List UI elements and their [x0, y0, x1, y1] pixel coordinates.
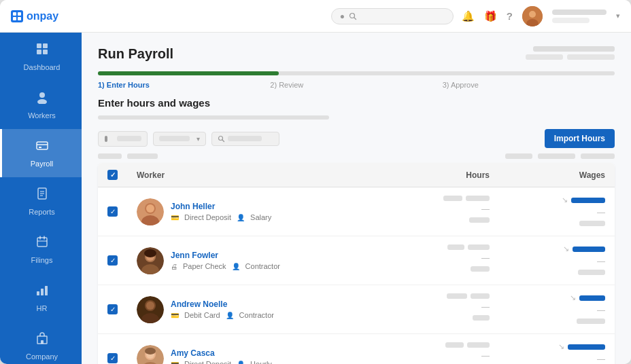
sidebar-item-dashboard[interactable]: Dashboard — [0, 33, 82, 81]
table-controls — [98, 153, 615, 159]
search-svg-icon — [349, 12, 357, 20]
svg-rect-22 — [37, 238, 47, 247]
row1-check[interactable]: ✓ — [98, 187, 127, 236]
dropdown-selector[interactable]: ▾ — [153, 132, 206, 146]
svg-point-46 — [146, 302, 154, 310]
search-bar[interactable]: ● — [331, 8, 454, 24]
row3-payment-icon: 💳 — [171, 312, 179, 319]
row2-check[interactable]: ✓ — [98, 236, 127, 285]
sidebar-item-filings[interactable]: Filings — [0, 225, 82, 274]
select-all-checkbox[interactable]: ✓ — [107, 170, 118, 180]
row2-checkbox[interactable]: ✓ — [107, 255, 118, 266]
row1-avatar — [137, 198, 164, 225]
sidebar-item-payroll[interactable]: Payroll — [0, 129, 82, 177]
sidebar-item-hr[interactable]: HR — [0, 274, 82, 322]
row2-payment: Paper Check — [183, 262, 226, 270]
row4-hours: — — [397, 334, 499, 365]
chevron-down-icon[interactable]: ▾ — [616, 12, 620, 20]
progress-step-1: 1) Enter Hours — [98, 81, 270, 89]
hours-column-header: Hours — [397, 163, 499, 187]
search-icon: ● — [340, 12, 345, 21]
table-search[interactable] — [211, 132, 279, 146]
table-toolbar: ▾ Import Hours — [98, 129, 615, 148]
row1-type: Salary — [250, 213, 271, 221]
sidebar-payroll-label: Payroll — [31, 160, 54, 168]
row2-hours: — — [397, 236, 499, 285]
table-row: ✓ — [98, 187, 615, 236]
svg-rect-10 — [43, 43, 48, 48]
row4-wages: ↘ — — [499, 334, 615, 365]
svg-rect-26 — [37, 291, 39, 295]
svg-rect-2 — [13, 17, 16, 20]
row4-check[interactable]: ✓ — [98, 334, 127, 365]
sidebar-dashboard-label: Dashboard — [24, 63, 61, 71]
row1-payment-icon: 💳 — [171, 214, 179, 221]
avatar[interactable] — [522, 6, 543, 26]
progress-fill — [98, 71, 279, 75]
row4-meta: 💳 Direct Deposit 👤 Hourly — [171, 360, 272, 364]
payroll-icon — [35, 139, 49, 156]
row4-avatar-image — [137, 345, 164, 364]
sidebar-item-reports[interactable]: Reports — [0, 177, 82, 225]
row1-name: John Heller — [171, 202, 271, 211]
row3-type: Contractor — [239, 311, 274, 319]
row2-type-icon: 👤 — [232, 263, 240, 270]
row3-name: Andrew Noelle — [171, 299, 274, 309]
row3-hours: — — [397, 285, 499, 334]
svg-rect-11 — [37, 50, 41, 54]
row3-avatar — [137, 296, 164, 323]
dashboard-icon — [35, 42, 49, 59]
row3-type-icon: 👤 — [226, 312, 234, 319]
row2-wages: ↘ — — [499, 236, 615, 285]
svg-rect-27 — [41, 289, 44, 295]
svg-rect-1 — [18, 12, 21, 16]
svg-line-33 — [222, 140, 224, 142]
svg-point-13 — [39, 92, 45, 98]
payroll-title: Run Payroll — [98, 46, 173, 62]
sidebar-item-workers[interactable]: Workers — [0, 81, 82, 129]
progress-bar — [98, 71, 615, 75]
row3-worker: Andrew Noelle 💳 Debit Card 👤 Contractor — [127, 285, 397, 334]
sidebar-workers-label: Workers — [28, 111, 56, 120]
worker-column-header: Worker — [127, 163, 397, 187]
row3-meta: 💳 Debit Card 👤 Contractor — [171, 311, 274, 319]
table-row: ✓ — [98, 236, 615, 285]
workers-table: ✓ Worker Hours Wages ✓ — [98, 163, 615, 364]
row3-check[interactable]: ✓ — [98, 285, 127, 334]
company-icon — [35, 331, 49, 348]
import-hours-button[interactable]: Import Hours — [545, 129, 615, 148]
row3-checkbox[interactable]: ✓ — [107, 304, 118, 314]
payroll-header: Run Payroll 1) Enter Hours 2) Review — [98, 46, 615, 89]
progress-steps: 1) Enter Hours 2) Review 3) Approve — [98, 81, 615, 89]
filter-button[interactable] — [98, 131, 148, 147]
row4-worker: Amy Casca 💳 Direct Deposit 👤 Hourly — [127, 334, 397, 365]
section-title: Enter hours and wages — [98, 97, 615, 109]
svg-point-14 — [37, 99, 47, 104]
svg-rect-15 — [37, 142, 48, 149]
row2-meta: 🖨 Paper Check 👤 Contractor — [171, 262, 280, 270]
row2-type: Contractor — [245, 262, 280, 270]
svg-rect-12 — [43, 50, 48, 54]
row4-checkbox[interactable]: ✓ — [107, 353, 118, 363]
help-icon[interactable]: ? — [507, 10, 513, 22]
app-name: onpay — [27, 10, 58, 22]
topbar: onpay ● 🔔 🎁 ? — [0, 0, 631, 33]
gift-icon[interactable]: 🎁 — [484, 10, 497, 22]
svg-rect-31 — [105, 136, 107, 142]
main-layout: Dashboard Workers — [0, 33, 631, 364]
row1-avatar-image — [137, 198, 164, 225]
sidebar: Dashboard Workers — [0, 33, 82, 364]
row3-wages: ↘ — — [499, 285, 615, 334]
dropdown-placeholder — [159, 136, 190, 141]
bell-icon[interactable]: 🔔 — [462, 10, 475, 22]
logo: onpay — [11, 10, 79, 22]
select-all-header: ✓ — [98, 163, 127, 187]
sidebar-reports-label: Reports — [29, 208, 55, 216]
sidebar-item-company[interactable]: Company — [0, 322, 82, 364]
reports-icon — [35, 187, 49, 204]
row1-checkbox[interactable]: ✓ — [107, 206, 118, 217]
svg-rect-30 — [41, 340, 44, 344]
progress-step-2: 2) Review — [270, 81, 442, 89]
row2-name: Jenn Fowler — [171, 251, 280, 260]
content-area: Run Payroll 1) Enter Hours 2) Review — [82, 33, 631, 364]
